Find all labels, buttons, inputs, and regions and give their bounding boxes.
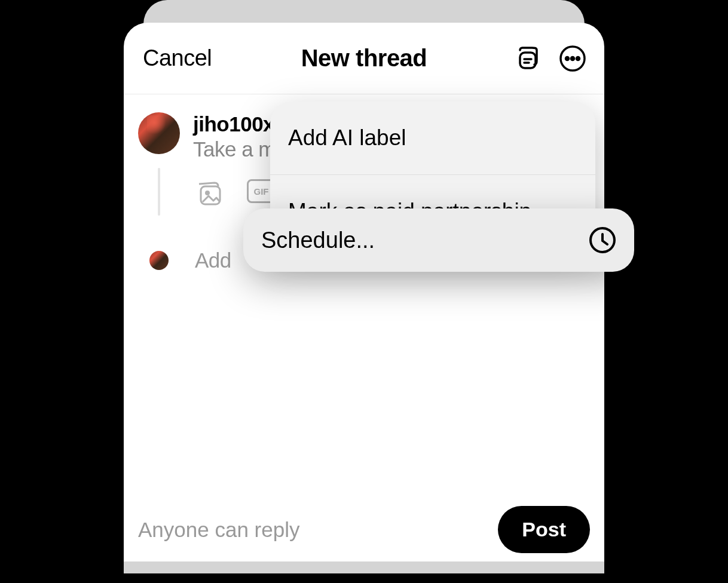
cancel-button[interactable]: Cancel [143, 45, 212, 71]
reply-setting-button[interactable]: Anyone can reply [138, 518, 299, 542]
avatar[interactable] [138, 112, 180, 154]
header-actions [513, 45, 586, 72]
background-panel [143, 0, 585, 24]
menu-item-ai-label[interactable]: Add AI label [270, 102, 595, 175]
bottom-bar: Anyone can reply Post [124, 506, 604, 553]
svg-point-5 [571, 57, 574, 60]
gallery-icon[interactable] [195, 179, 224, 208]
svg-rect-0 [520, 53, 536, 68]
more-options-icon[interactable] [559, 45, 586, 72]
svg-point-8 [206, 192, 209, 195]
post-button[interactable]: Post [498, 506, 590, 553]
avatar-small [149, 251, 169, 270]
footer-handle-area [124, 561, 604, 573]
drafts-icon[interactable] [513, 45, 541, 72]
clock-icon [589, 226, 616, 254]
menu-item-schedule[interactable]: Schedule... [243, 208, 634, 272]
svg-point-4 [566, 57, 569, 60]
svg-point-6 [577, 57, 580, 60]
header-title: New thread [301, 45, 427, 72]
schedule-label: Schedule... [261, 228, 375, 253]
add-to-thread-label: Add [195, 248, 231, 272]
header: Cancel New thread [124, 23, 604, 94]
thread-connector [158, 168, 160, 216]
